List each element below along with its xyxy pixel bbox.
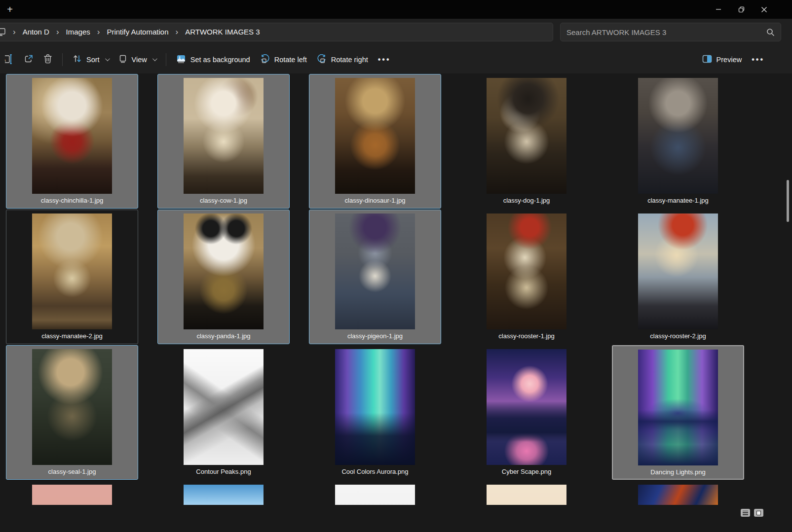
address-row: ›Anton D›Images›Printify Automation›ARTW… [0, 19, 792, 45]
file-thumbnail [184, 78, 264, 194]
file-list-area: classy-chinchilla-1.jpg classy-cow-1.jpg… [0, 74, 792, 505]
preview-button[interactable]: Preview [697, 51, 747, 69]
command-bar: A Sort [0, 45, 792, 74]
breadcrumb-chevron-icon: › [91, 27, 106, 36]
file-tile[interactable]: classy-rooster-2.jpg [612, 210, 744, 344]
rotate-right-label: Rotate right [331, 56, 368, 64]
restore-button[interactable] [730, 0, 753, 19]
file-name: classy-chinchilla-1.jpg [6, 197, 138, 204]
status-bar [0, 505, 792, 532]
file-thumbnail [184, 349, 264, 465]
restore-icon [738, 6, 745, 13]
search-icon[interactable] [766, 28, 775, 36]
rotate-right-button[interactable]: Rotate right [312, 50, 373, 69]
file-tile[interactable]: Cool Colors Aurora.png [309, 345, 441, 480]
search-box[interactable] [560, 23, 781, 41]
breadcrumb-item-images[interactable]: Images [65, 26, 91, 38]
breadcrumb-item-artwork-images-3[interactable]: ARTWORK IMAGES 3 [184, 26, 261, 38]
file-thumbnail [638, 350, 718, 465]
close-icon [761, 6, 767, 13]
rotate-left-label: Rotate left [274, 56, 307, 64]
file-name: Contour Peaks.png [158, 468, 289, 475]
file-thumbnail [184, 485, 264, 505]
file-grid: classy-chinchilla-1.jpg classy-cow-1.jpg… [6, 74, 744, 505]
file-thumbnail [335, 485, 415, 505]
file-thumbnail [335, 78, 415, 194]
see-more-button[interactable]: ••• [747, 53, 769, 66]
file-tile[interactable]: classy-chinchilla-1.jpg [6, 74, 138, 209]
set-as-background-button[interactable]: Set as background [171, 50, 255, 69]
details-view-toggle[interactable] [741, 509, 750, 517]
title-bar: + [0, 0, 792, 19]
file-name: classy-seal-1.jpg [6, 468, 138, 475]
file-thumbnail [335, 213, 415, 329]
sort-button[interactable]: Sort [68, 50, 113, 69]
close-button[interactable] [753, 0, 775, 19]
delete-button[interactable] [38, 50, 57, 69]
file-tile[interactable]: classy-manatee-2.jpg [6, 210, 138, 344]
file-tile[interactable]: classy-seal-1.jpg [6, 345, 138, 480]
trash-icon [43, 54, 52, 65]
sort-icon [73, 54, 82, 65]
this-pc-icon [0, 27, 7, 37]
file-name: classy-cow-1.jpg [158, 197, 289, 204]
set-as-background-label: Set as background [190, 56, 250, 64]
file-tile[interactable]: classy-pigeon-1.jpg [309, 210, 441, 344]
large-thumbnails-view-toggle[interactable] [754, 509, 763, 517]
address-bar[interactable]: ›Anton D›Images›Printify Automation›ARTW… [0, 23, 553, 41]
breadcrumb-item-printify-automation[interactable]: Printify Automation [106, 26, 169, 38]
file-thumbnail [487, 349, 566, 465]
toolbar-separator [166, 53, 166, 66]
file-tile[interactable]: classy-cow-1.jpg [157, 74, 290, 209]
file-tile[interactable]: classy-dinosaur-1.jpg [309, 74, 441, 209]
file-tile[interactable] [6, 481, 138, 505]
file-tile[interactable]: classy-panda-1.jpg [157, 210, 290, 344]
rotate-left-icon [260, 54, 270, 65]
breadcrumb-chevron-icon: › [7, 27, 22, 36]
file-tile[interactable]: classy-manatee-1.jpg [612, 74, 744, 209]
file-tile[interactable] [157, 481, 290, 505]
file-explorer-window: + ›Anton D›Images›Printify Automation›AR… [0, 0, 792, 532]
file-tile[interactable]: Dancing Lights.png [612, 345, 744, 480]
file-tile[interactable]: classy-dog-1.jpg [460, 74, 593, 209]
vertical-scrollbar[interactable] [787, 180, 789, 222]
more-icon: ••• [752, 57, 764, 62]
rename-button[interactable]: A [0, 49, 19, 70]
share-button[interactable] [19, 50, 38, 69]
file-thumbnail [638, 78, 718, 194]
file-name: classy-dog-1.jpg [461, 197, 592, 204]
toolbar-separator [62, 53, 63, 66]
file-tile[interactable]: Cyber Scape.png [460, 345, 593, 480]
view-button[interactable]: View [113, 50, 161, 69]
file-name: classy-pigeon-1.jpg [309, 332, 441, 340]
preview-label: Preview [717, 56, 742, 64]
file-name: classy-manatee-1.jpg [612, 197, 744, 204]
file-thumbnail [32, 349, 112, 465]
more-options-button[interactable]: ••• [373, 53, 396, 66]
new-tab-button[interactable]: + [3, 2, 17, 16]
search-input[interactable] [566, 28, 766, 36]
file-tile[interactable] [612, 481, 744, 505]
chevron-down-icon [105, 56, 110, 61]
file-thumbnail [184, 213, 264, 329]
breadcrumb-item-anton-d[interactable]: Anton D [22, 26, 50, 38]
file-tile[interactable] [309, 481, 441, 505]
view-label: View [132, 56, 147, 64]
file-name: classy-manatee-2.jpg [6, 332, 138, 340]
sort-label: Sort [86, 56, 100, 64]
minimize-button[interactable] [707, 0, 730, 19]
file-name: classy-dinosaur-1.jpg [309, 197, 441, 204]
rotate-right-icon [317, 54, 327, 65]
list-view-icon [743, 511, 748, 515]
rotate-left-button[interactable]: Rotate left [255, 50, 312, 69]
file-thumbnail [32, 485, 112, 505]
file-thumbnail [32, 213, 112, 329]
file-tile[interactable] [460, 481, 593, 505]
thumbnail-view-icon [756, 511, 761, 515]
chevron-down-icon [152, 56, 157, 61]
share-icon [24, 54, 34, 65]
file-name: classy-panda-1.jpg [158, 332, 289, 340]
file-tile[interactable]: Contour Peaks.png [157, 345, 290, 480]
file-tile[interactable]: classy-rooster-1.jpg [460, 210, 593, 344]
rename-icon: A [5, 53, 14, 66]
